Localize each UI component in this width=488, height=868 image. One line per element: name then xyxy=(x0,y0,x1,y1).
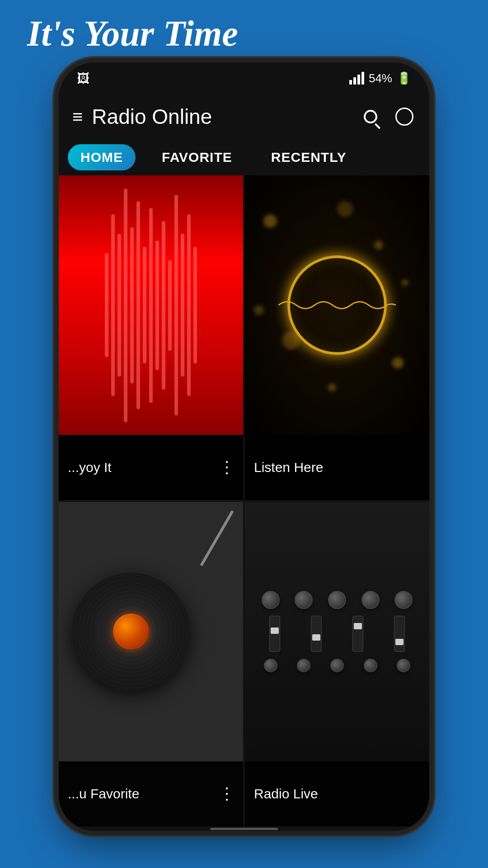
signal-bar-2 xyxy=(353,77,356,85)
mixer-knob-1 xyxy=(262,591,280,609)
tab-favorite[interactable]: FAVORITE xyxy=(149,144,245,170)
signal-bars xyxy=(349,72,364,85)
wave-line xyxy=(162,221,165,390)
gold-circle xyxy=(287,255,387,355)
tagline: It's Your Time xyxy=(0,0,488,62)
slider-handle-4 xyxy=(395,639,404,645)
mixer-knob-4 xyxy=(361,591,380,609)
notch xyxy=(199,62,289,80)
grid-cell-2[interactable]: Listen Here xyxy=(245,175,429,500)
gold-wave-svg xyxy=(278,296,396,314)
search-button[interactable] xyxy=(357,103,384,130)
status-right: 54% 🔋 xyxy=(349,71,411,85)
mixer-sliders-row xyxy=(254,616,420,652)
mixer-knob-small-1 xyxy=(264,659,277,672)
wave-line xyxy=(105,253,108,357)
mixer-slider-4 xyxy=(394,616,405,652)
mixer-slider-3 xyxy=(352,616,363,652)
menu-icon[interactable]: ≡ xyxy=(72,107,83,127)
wave-line xyxy=(149,208,153,403)
gallery-icon: 🖼 xyxy=(77,71,89,86)
phone-frame: 🖼 54% 🔋 ≡ Radio Online xyxy=(59,62,429,831)
home-indicator[interactable] xyxy=(210,828,278,830)
mixer-knob-3 xyxy=(328,591,346,609)
wave-line xyxy=(130,227,134,383)
app-bar-icons xyxy=(357,103,416,130)
vinyl-record xyxy=(72,573,190,690)
cell-4-label-bar: Radio Live xyxy=(245,761,429,826)
signal-bar-4 xyxy=(361,72,364,85)
bokeh-dot xyxy=(263,214,277,228)
vinyl-container xyxy=(59,502,243,761)
wave-line xyxy=(187,214,191,396)
more-options-button[interactable] xyxy=(393,105,416,128)
mixer-knob-5 xyxy=(394,591,413,609)
bokeh-dot xyxy=(374,241,383,250)
mixer-knob-2 xyxy=(295,591,313,609)
bokeh-dot xyxy=(402,279,408,286)
mixer-controls xyxy=(245,582,429,681)
app-title: Radio Online xyxy=(92,104,357,129)
slider-handle-3 xyxy=(354,623,362,629)
mixer-slider-2 xyxy=(311,616,322,652)
cell-3-label-text: ...u Favorite xyxy=(68,786,139,802)
vinyl-label xyxy=(113,613,149,650)
signal-bar-3 xyxy=(357,75,360,85)
wave-line xyxy=(117,234,121,377)
mixer-knob-small-4 xyxy=(364,659,377,672)
wave-line xyxy=(193,247,197,363)
gold-bokeh-bg xyxy=(245,175,429,435)
wave-line xyxy=(136,201,140,409)
tab-home[interactable]: HOME xyxy=(68,144,136,170)
app-bar: ≡ Radio Online xyxy=(59,94,429,139)
cell-1-label-bar: ...yoy It ⋮ xyxy=(59,435,243,500)
mixer-knobs-row-2 xyxy=(254,659,420,672)
tonearm xyxy=(200,510,234,566)
mixer-knob-small-5 xyxy=(397,659,410,672)
vinyl-bg xyxy=(59,502,243,761)
cell-1-label-text: ...yoy It xyxy=(68,460,112,475)
grid-cell-4[interactable]: Radio Live xyxy=(245,502,429,826)
cell-1-more-icon[interactable]: ⋮ xyxy=(219,458,234,477)
grid-content: ...yoy It ⋮ xyxy=(59,175,429,826)
slider-handle-1 xyxy=(271,627,279,634)
grid-cell-1[interactable]: ...yoy It ⋮ xyxy=(59,175,243,500)
wave-line xyxy=(181,234,184,377)
battery-icon: 🔋 xyxy=(397,71,411,85)
status-left: 🖼 xyxy=(77,71,89,86)
wave-line xyxy=(111,214,115,396)
cell-3-label-bar: ...u Favorite ⋮ xyxy=(59,761,243,826)
wave-line xyxy=(143,247,146,363)
wave-line xyxy=(155,241,159,370)
cell-2-label-bar: Listen Here xyxy=(245,435,429,500)
waveform-lines xyxy=(59,175,243,435)
grid-cell-3[interactable]: ...u Favorite ⋮ xyxy=(59,502,243,826)
mixer-knob-small-2 xyxy=(297,659,310,672)
red-waveform-bg xyxy=(59,175,243,435)
wave-line xyxy=(168,260,172,351)
cell-2-label-text: Listen Here xyxy=(254,460,323,475)
mixer-knobs-row xyxy=(254,591,420,609)
battery-text: 54% xyxy=(369,71,392,85)
signal-bar-1 xyxy=(349,80,352,85)
wave-line xyxy=(174,195,178,415)
mixer-bg xyxy=(245,502,429,761)
mixer-slider-1 xyxy=(269,616,280,652)
wave-line xyxy=(124,189,127,422)
tab-bar: HOME FAVORITE RECENTLY xyxy=(59,139,429,175)
bokeh-dot xyxy=(392,357,404,368)
bottom-bar xyxy=(59,826,429,831)
cell-3-more-icon[interactable]: ⋮ xyxy=(219,784,234,803)
slider-handle-2 xyxy=(312,634,320,641)
mixer-knob-small-3 xyxy=(330,659,344,672)
tab-recently[interactable]: RECENTLY xyxy=(258,144,359,170)
bokeh-dot xyxy=(328,383,336,392)
bokeh-dot xyxy=(254,305,264,315)
cell-4-label-text: Radio Live xyxy=(254,786,318,802)
bokeh-dot xyxy=(337,201,353,217)
